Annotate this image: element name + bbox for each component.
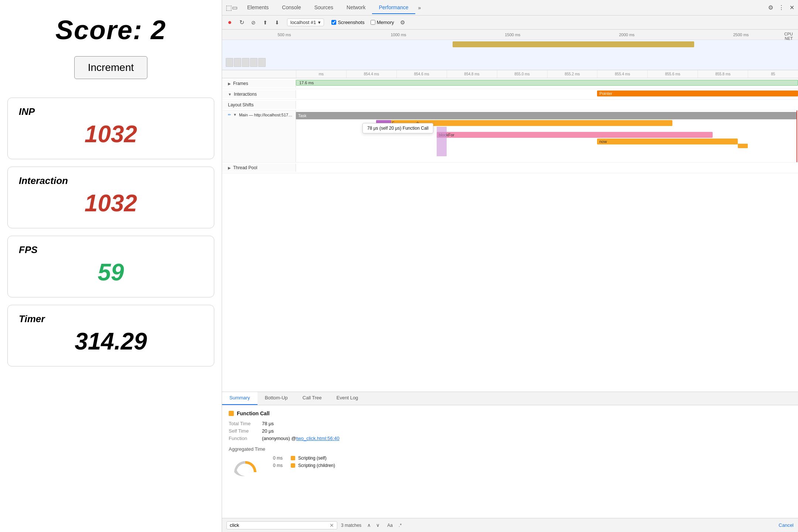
interactions-label-text: Interactions [234,92,257,97]
self-time-key: Self Time [229,428,262,434]
tick-1500: 1500 ms [456,33,570,37]
tab-bottom-up[interactable]: Bottom-Up [258,392,295,405]
fine-tick-4: 855.0 ms [497,70,547,78]
reload-button[interactable]: ↻ [238,18,246,27]
func-tooltip: 78 μs (self 20 μs) Function Call [362,123,433,133]
bottom-content: Function Call Total Time 78 μs Self Time… [222,405,798,518]
search-nav-buttons: ∧ ∨ [365,522,382,529]
fine-tick-ms: ms [296,70,346,78]
clear-button[interactable]: ⊘ [249,18,258,27]
device-toolbar-icon[interactable]: ▭ [232,4,238,11]
interactions-track: ▼ Interactions Pointer [222,89,798,100]
pointer-label: Pointer [599,91,612,96]
small-rect [738,144,748,148]
search-aa-option[interactable]: Aa [386,522,394,529]
tab-sources[interactable]: Sources [308,1,340,14]
agg-content: 0 ms Scripting (self) 0 ms Scripting (ch… [229,456,791,478]
match-count: 3 matches [341,523,361,528]
tick-2500: 2500 ms [684,33,798,37]
now-label: now [599,139,607,144]
legend-dot-1 [291,463,295,468]
tooltip-text: 78 μs (self 20 μs) Function Call [367,126,429,131]
url-text: localhost #1 [290,20,316,25]
function-call-title: Function Call [237,410,270,416]
record-button[interactable]: ● [226,18,234,27]
purple-stack [437,127,447,156]
cpu-label: CPU [784,32,793,36]
legend-label-1: Scripting (children) [298,463,335,468]
frames-content[interactable]: 17.6 ms [296,78,798,89]
fine-tick-2: 854.6 ms [396,70,447,78]
tab-elements[interactable]: Elements [241,1,275,14]
thread-pool-label-text: Thread Pool [233,165,257,170]
function-link[interactable]: two_click.html:56:40 [296,436,340,441]
interactions-content[interactable]: Pointer [296,89,798,99]
memory-checkbox[interactable]: Memory [371,20,394,25]
thread-pool-content[interactable] [296,163,798,173]
now-bar[interactable]: now [597,139,738,144]
screenshots-checkbox[interactable]: Screenshots [331,20,364,25]
tab-event-log[interactable]: Event Log [329,392,366,405]
timeline-ruler: 500 ms 1000 ms 1500 ms 2000 ms 2500 ms C… [222,30,798,40]
memory-check[interactable] [371,20,375,25]
task-bar[interactable]: Task [296,112,797,119]
score-title: Score: 2 [55,15,166,45]
self-time-row: Self Time 20 μs [229,428,791,434]
task-label: Task [298,113,307,118]
layout-shifts-label: Layout Shifts [222,101,296,109]
inspector-icon[interactable]: ⬚ [226,4,232,12]
search-prev-button[interactable]: ∧ [365,522,373,529]
more-options-icon[interactable]: ⋮ [778,4,784,11]
inp-card: INP 1032 [7,98,214,159]
more-tabs-btn[interactable]: » [415,2,424,14]
increment-button[interactable]: Increment [74,56,148,79]
fps-label: FPS [19,244,203,256]
layout-shifts-track: Layout Shifts [222,100,798,110]
tab-call-tree[interactable]: Call Tree [295,392,329,405]
inp-value: 1032 [19,120,203,148]
screenshots-check[interactable] [331,20,336,25]
interaction-card: Interaction 1032 [7,167,214,228]
bottom-panel: Summary Bottom-Up Call Tree Event Log Fu… [222,392,798,532]
close-icon[interactable]: ✕ [790,4,794,11]
settings-icon[interactable]: ⚙ [768,4,773,11]
screenshots-row [222,57,798,68]
fine-tick-5: 855.2 ms [547,70,597,78]
tracks-area[interactable]: ms 854.4 ms 854.6 ms 854.8 ms 855.0 ms 8… [222,70,798,392]
main-content[interactable]: Task Event: click F... 78 μs (self 20 μs… [296,110,798,162]
download-button[interactable]: ⬇ [273,18,281,27]
tab-summary[interactable]: Summary [222,392,258,405]
perf-toolbar-left: ● ↻ ⊘ ⬆ ⬇ [226,18,281,27]
search-cancel-button[interactable]: Cancel [779,522,794,528]
timeline-area[interactable]: 500 ms 1000 ms 1500 ms 2000 ms 2500 ms C… [222,30,798,70]
timer-label: Timer [19,313,203,325]
frame-bar[interactable]: 17.6 ms [296,80,798,86]
legend-val-1: 0 ms [273,463,288,468]
upload-button[interactable]: ⬆ [261,18,269,27]
fine-tick-9: 85 [748,70,798,78]
timeline-content[interactable] [222,40,798,70]
search-input[interactable] [230,522,327,528]
layout-shifts-label-text: Layout Shifts [228,102,253,108]
fps-card: FPS 59 [7,236,214,297]
layout-shifts-content[interactable] [296,100,798,110]
tab-performance[interactable]: Performance [372,1,415,14]
frames-value: 17.6 ms [299,81,314,85]
thread-pool-label: ▶ Thread Pool [222,164,296,172]
main-track: ✏ ▼ Main — http://localhost:5173/underst… [222,110,798,163]
interactions-label: ▼ Interactions [222,90,296,98]
pointer-bar[interactable]: Pointer [597,91,798,96]
thread-pool-track: ▶ Thread Pool [222,163,798,173]
url-selector[interactable]: localhost #1 ▾ [287,18,324,26]
search-regex-option[interactable]: .* [397,522,403,529]
event-click-bar[interactable]: Event: click [396,120,672,126]
tab-console[interactable]: Console [275,1,307,14]
search-next-button[interactable]: ∨ [374,522,382,529]
function-call-icon [229,411,234,416]
tick-500: 500 ms [227,33,341,37]
search-close-icon[interactable]: ✕ [330,522,334,528]
left-panel: Score: 2 Increment INP 1032 Interaction … [0,0,222,532]
perf-settings-icon[interactable]: ⚙ [400,19,405,26]
tab-network[interactable]: Network [340,1,372,14]
block-for-bar[interactable]: blockFor [437,132,713,138]
